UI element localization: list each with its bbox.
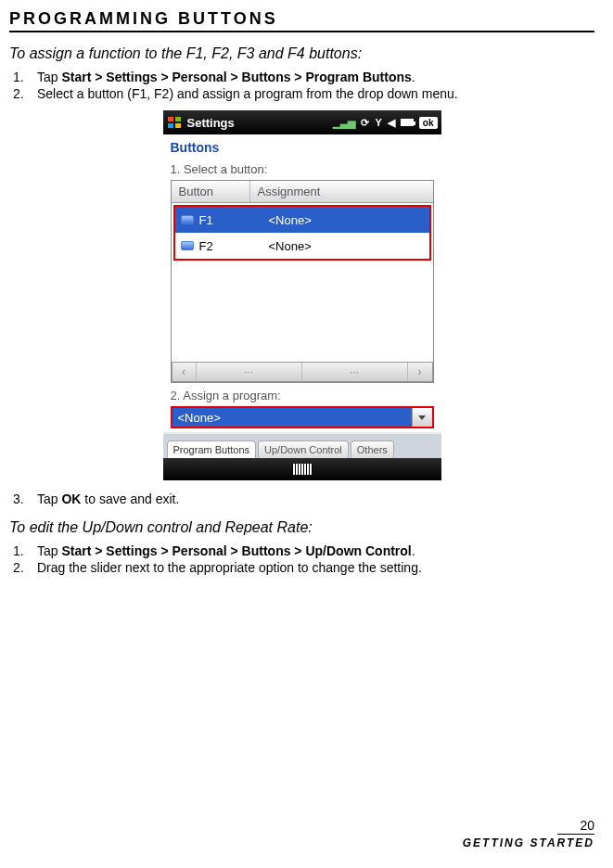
step-b1: 1. Tap Start > Settings > Personal > But… xyxy=(9,543,594,558)
table-row[interactable]: F2 <None> xyxy=(175,233,429,259)
select-button-label: 1. Select a button: xyxy=(171,162,434,176)
step-suffix: . xyxy=(412,70,415,84)
step-text: Select a button (F1, F2) and assign a pr… xyxy=(37,86,458,101)
battery-icon xyxy=(401,119,414,126)
step-prefix: Tap xyxy=(37,491,61,506)
device-softbar xyxy=(163,458,441,480)
tabs-row: Program Buttons Up/Down Control Others xyxy=(163,434,441,458)
chevron-down-icon[interactable] xyxy=(412,408,432,427)
horizontal-scrollbar[interactable]: ‹ ··· ··· › xyxy=(172,362,433,382)
step-text: Tap Start > Settings > Personal > Button… xyxy=(37,543,415,558)
sync-icon: ⟳ xyxy=(361,117,369,129)
device-titlebar: Settings ▁▃▅ ⟳ Y ◀ ok xyxy=(163,110,441,134)
page-number: 20 xyxy=(557,818,594,835)
tab-updown-control[interactable]: Up/Down Control xyxy=(258,440,349,458)
antenna-icon: Y xyxy=(375,117,381,128)
step-text: Tap Start > Settings > Personal > Button… xyxy=(37,70,415,84)
footer-chapter: Getting Started xyxy=(463,836,594,849)
pane-title: Buttons xyxy=(171,140,434,155)
step-num: 2. xyxy=(9,560,37,575)
step-b2: 2. Drag the slider next to the appropria… xyxy=(9,560,594,575)
step-bold: Start > Settings > Personal > Buttons > … xyxy=(61,70,411,84)
table-empty-area xyxy=(172,262,433,360)
scroll-track[interactable]: ··· xyxy=(197,363,302,381)
step-num: 2. xyxy=(9,86,37,101)
tab-others[interactable]: Others xyxy=(351,440,394,458)
dropdown-value: <None> xyxy=(172,408,412,427)
table-header: Button Assignment xyxy=(172,181,433,203)
device-pane: Buttons 1. Select a button: Button Assig… xyxy=(163,134,441,432)
row-assignment: <None> xyxy=(254,239,429,253)
windows-flag-icon xyxy=(167,116,182,129)
signal-icon: ▁▃▅ xyxy=(333,117,355,129)
th-assignment: Assignment xyxy=(250,181,433,202)
highlight-box-rows: F1 <None> F2 <None> xyxy=(173,205,431,261)
assign-program-label: 2. Assign a program: xyxy=(171,389,434,402)
button-key-icon xyxy=(181,215,194,224)
step-bold: Start > Settings > Personal > Buttons > … xyxy=(61,543,411,558)
step-text: Tap OK to save and exit. xyxy=(37,491,179,506)
scroll-left-icon[interactable]: ‹ xyxy=(172,363,197,381)
instruction-b-title: To edit the Up/Down control and Repeat R… xyxy=(9,519,594,536)
step-num: 3. xyxy=(9,491,37,506)
step-num: 1. xyxy=(9,543,37,558)
tab-program-buttons[interactable]: Program Buttons xyxy=(167,440,257,458)
step-a2: 2. Select a button (F1, F2) and assign a… xyxy=(9,86,594,101)
row-assignment: <None> xyxy=(254,213,429,227)
row-button-name: F2 xyxy=(199,239,213,253)
button-key-icon xyxy=(181,241,194,250)
th-button: Button xyxy=(172,181,250,202)
step-suffix: to save and exit. xyxy=(81,491,179,506)
step-text: Drag the slider next to the appropriate … xyxy=(37,560,422,575)
step-prefix: Tap xyxy=(37,543,61,558)
button-table: Button Assignment F1 <None> F2 <None> ‹ xyxy=(171,180,434,383)
device-screenshot: Settings ▁▃▅ ⟳ Y ◀ ok Buttons 1. Select … xyxy=(163,110,441,480)
step-bold: OK xyxy=(61,491,81,506)
volume-icon: ◀ xyxy=(388,117,395,129)
step-a3: 3. Tap OK to save and exit. xyxy=(9,491,594,506)
section-title: Programming Buttons xyxy=(9,9,594,32)
titlebar-label: Settings xyxy=(187,116,235,130)
page-footer: 20 Getting Started xyxy=(463,817,594,849)
step-suffix: . xyxy=(412,543,415,558)
step-a1: 1. Tap Start > Settings > Personal > But… xyxy=(9,70,594,84)
keyboard-icon[interactable] xyxy=(292,464,313,475)
scroll-right-icon[interactable]: › xyxy=(408,363,432,381)
step-prefix: Tap xyxy=(37,70,61,84)
table-row[interactable]: F1 <None> xyxy=(175,207,429,233)
step-num: 1. xyxy=(9,70,37,84)
instruction-a-title: To assign a function to the F1, F2, F3 a… xyxy=(9,45,594,62)
ok-button[interactable]: ok xyxy=(419,117,438,129)
scroll-track[interactable]: ··· xyxy=(302,363,408,381)
row-button-name: F1 xyxy=(199,213,213,227)
assign-program-dropdown[interactable]: <None> xyxy=(171,406,434,428)
